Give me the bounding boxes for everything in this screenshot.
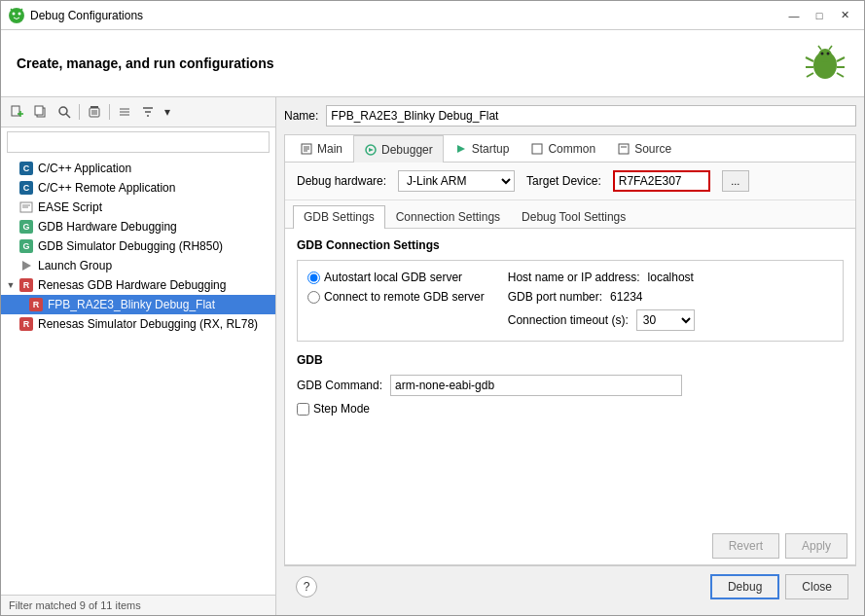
gdb-sim-icon: G [18, 238, 34, 254]
config-search-input[interactable] [7, 131, 270, 153]
tree-item-gdb-sim[interactable]: G GDB Simulator Debugging (RH850) [1, 236, 275, 256]
tree-item-label: FPB_RA2E3_Blinky Debug_Flat [48, 298, 215, 311]
tabs-bar: Main Debugger Startup [284, 134, 856, 162]
inner-tab-gdb-settings[interactable]: GDB Settings [293, 205, 385, 229]
filter-status: Filter matched 9 of 11 items [9, 599, 141, 611]
svg-point-1 [13, 12, 16, 15]
apply-button[interactable]: Apply [785, 533, 847, 559]
gdb-section: GDB GDB Command: Step Mode [297, 353, 844, 416]
svg-marker-44 [369, 148, 374, 152]
tree-item-renesas-sim[interactable]: R Renesas Simulator Debugging (RX, RL78) [1, 314, 275, 334]
tree-item-gdb-hw[interactable]: G GDB Hardware Debugging [1, 217, 275, 236]
radio-autostart[interactable]: Autostart local GDB server [307, 271, 485, 284]
inner-tab-debug-tool[interactable]: Debug Tool Settings [511, 204, 636, 228]
radio-remote-input[interactable] [307, 291, 320, 304]
close-window-button[interactable]: ✕ [833, 6, 856, 25]
svg-line-3 [11, 9, 13, 11]
tree-item-cpp-app[interactable]: C C/C++ Application [1, 159, 275, 178]
svg-point-22 [59, 107, 67, 115]
radio-remote[interactable]: Connect to remote GDB server [307, 290, 485, 304]
tree-item-label: GDB Hardware Debugging [38, 220, 177, 234]
revert-apply-area: Revert Apply [285, 527, 855, 564]
tree-item-fpb-blinky[interactable]: R FPB_RA2E3_Blinky Debug_Flat [1, 295, 275, 314]
config-name-input[interactable] [326, 105, 856, 127]
inner-tabs: GDB Settings Connection Settings Debug T… [285, 200, 855, 229]
target-label: Target Device: [526, 174, 601, 188]
close-button[interactable]: Close [785, 574, 848, 599]
help-button[interactable]: ? [296, 576, 317, 598]
inner-tab-connection-settings[interactable]: Connection Settings [385, 204, 511, 228]
header-title: Create, manage, and run configurations [17, 55, 274, 71]
gdb-connection-settings: Autostart local GDB server Connect to re… [297, 260, 844, 342]
debug-button[interactable]: Debug [710, 574, 779, 599]
delete-config-button[interactable] [84, 101, 105, 123]
right-col: Host name or IP address: localhost GDB p… [508, 271, 833, 331]
common-tab-icon [530, 142, 544, 156]
gdb-section-title: GDB [297, 353, 844, 367]
svg-line-9 [806, 57, 813, 61]
tree-item-renesas-gdb[interactable]: ▼ R Renesas GDB Hardware Debugging [1, 275, 275, 295]
svg-line-12 [837, 57, 845, 61]
tree-item-ease[interactable]: EASE Script [1, 198, 275, 217]
tab-common[interactable]: Common [520, 135, 606, 163]
bottom-bar: ? Debug Close [284, 565, 856, 607]
gdb-hw-icon: G [18, 219, 34, 235]
port-value: 61234 [610, 290, 642, 304]
minimize-button[interactable]: — [782, 6, 806, 25]
radio-autostart-input[interactable] [307, 272, 320, 284]
port-label: GDB port number: [508, 290, 602, 304]
tab-main[interactable]: Main [289, 135, 353, 163]
settings-grid: Autostart local GDB server Connect to re… [307, 271, 833, 331]
timeout-row: Connection timeout (s): 30 [508, 309, 833, 331]
search-config-button[interactable] [54, 101, 75, 123]
launch-icon [18, 258, 34, 273]
toolbar-separator-1 [79, 104, 80, 120]
target-browse-button[interactable]: ... [722, 170, 749, 192]
inner-tab-gdb-label: GDB Settings [304, 210, 375, 224]
tree-item-label: Launch Group [38, 259, 112, 272]
radio-col: Autostart local GDB server Connect to re… [307, 271, 508, 331]
svg-rect-21 [35, 106, 43, 115]
svg-point-6 [818, 49, 832, 62]
timeout-select[interactable]: 30 [636, 309, 695, 331]
new-config-button[interactable] [7, 101, 28, 123]
main-content: ▾ C C/C++ Application C C/C++ Remote App… [1, 97, 864, 615]
inner-tab-connection-label: Connection Settings [396, 210, 500, 224]
svg-point-7 [821, 53, 824, 55]
fpb-icon: R [28, 297, 44, 312]
cpp-app-icon: C [18, 161, 34, 176]
tab-startup[interactable]: Startup [444, 135, 521, 163]
svg-rect-47 [619, 144, 629, 154]
common-tab-label: Common [548, 142, 595, 156]
tree-item-label: Renesas GDB Hardware Debugging [38, 278, 226, 292]
gdb-command-input[interactable] [390, 375, 682, 396]
hw-select[interactable]: J-Link ARM [398, 170, 515, 192]
renesas-gdb-icon: R [18, 277, 34, 293]
tree-item-label: C/C++ Application [38, 162, 131, 175]
debugger-tab-icon [364, 143, 378, 157]
filter-button[interactable] [137, 101, 159, 123]
main-tab-icon [300, 142, 313, 156]
collapse-button[interactable] [114, 101, 135, 123]
filter-dropdown-button[interactable]: ▾ [161, 101, 174, 123]
svg-marker-38 [22, 261, 31, 271]
tree-item-launch[interactable]: Launch Group [1, 256, 275, 275]
right-panel: Name: Main Debugger [276, 97, 864, 615]
timeout-label: Connection timeout (s): [508, 313, 629, 327]
name-label: Name: [284, 109, 318, 123]
renesas-sim-icon: R [18, 316, 34, 332]
revert-button[interactable]: Revert [712, 533, 779, 559]
cpp-remote-icon: C [18, 180, 34, 196]
tree-item-cpp-remote[interactable]: C C/C++ Remote Application [1, 178, 275, 198]
name-row: Name: [284, 105, 856, 127]
maximize-button[interactable]: □ [808, 6, 831, 25]
step-mode-row: Step Mode [297, 402, 844, 416]
target-device-input[interactable] [613, 170, 710, 192]
step-mode-checkbox[interactable] [297, 403, 309, 416]
tab-source[interactable]: Source [606, 135, 682, 163]
duplicate-config-button[interactable] [30, 101, 52, 123]
left-toolbar: ▾ [1, 97, 275, 127]
tree-item-label: EASE Script [38, 200, 102, 214]
host-row: Host name or IP address: localhost [508, 271, 833, 284]
tab-debugger[interactable]: Debugger [353, 135, 444, 163]
